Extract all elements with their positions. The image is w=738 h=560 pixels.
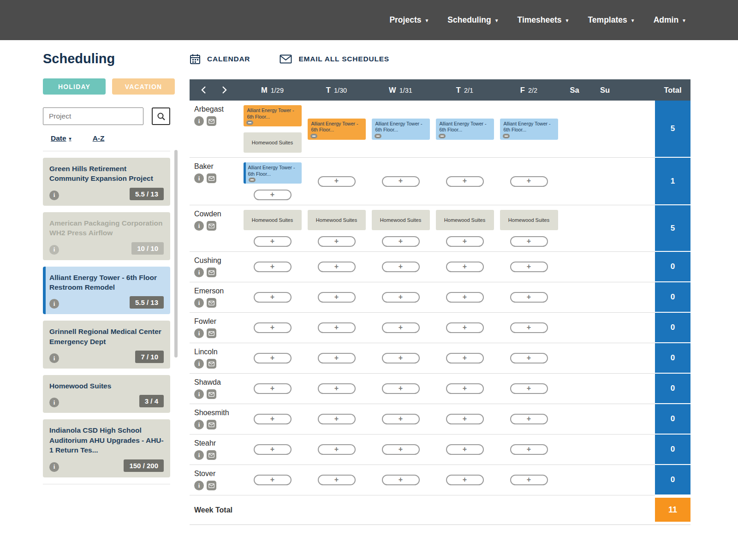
- add-schedule-button[interactable]: +: [382, 414, 420, 424]
- add-schedule-button[interactable]: +: [254, 236, 292, 247]
- project-card[interactable]: Alliant Energy Tower - 6th Floor Restroo…: [43, 267, 170, 315]
- add-schedule-button[interactable]: +: [254, 353, 292, 363]
- add-schedule-button[interactable]: +: [318, 414, 356, 424]
- email-icon[interactable]: [207, 420, 216, 429]
- email-icon[interactable]: [207, 268, 216, 277]
- calendar-view-button[interactable]: CALENDAR: [190, 54, 250, 65]
- add-schedule-button[interactable]: +: [318, 383, 356, 394]
- add-schedule-button[interactable]: +: [254, 190, 292, 200]
- add-schedule-button[interactable]: +: [446, 236, 484, 247]
- add-schedule-button[interactable]: +: [510, 176, 548, 187]
- add-schedule-button[interactable]: +: [318, 176, 356, 187]
- add-schedule-button[interactable]: +: [446, 383, 484, 394]
- email-icon[interactable]: [207, 328, 216, 338]
- add-schedule-button[interactable]: +: [510, 414, 548, 424]
- sidebar-scrollbar[interactable]: [174, 150, 178, 357]
- add-schedule-button[interactable]: +: [318, 262, 356, 272]
- add-schedule-button[interactable]: +: [254, 475, 292, 485]
- info-icon[interactable]: [49, 245, 59, 255]
- add-schedule-button[interactable]: +: [254, 444, 292, 455]
- info-icon[interactable]: [194, 173, 204, 183]
- add-schedule-button[interactable]: +: [318, 322, 356, 333]
- add-schedule-button[interactable]: +: [382, 262, 420, 272]
- add-schedule-button[interactable]: +: [510, 353, 548, 363]
- info-icon[interactable]: [49, 191, 59, 200]
- remove-schedule-icon[interactable]: [249, 178, 256, 182]
- add-schedule-button[interactable]: +: [318, 475, 356, 485]
- add-schedule-button[interactable]: +: [510, 444, 548, 455]
- add-schedule-button[interactable]: +: [254, 383, 292, 394]
- add-schedule-button[interactable]: +: [510, 475, 548, 485]
- holiday-button[interactable]: HOLIDAY: [43, 78, 106, 95]
- add-schedule-button[interactable]: +: [318, 292, 356, 303]
- email-all-schedules-button[interactable]: EMAIL ALL SCHEDULES: [280, 54, 389, 64]
- info-icon[interactable]: [194, 328, 204, 338]
- schedule-chip[interactable]: Alliant Energy Tower - 6th Floor...: [244, 105, 302, 126]
- email-icon[interactable]: [207, 221, 216, 231]
- info-icon[interactable]: [49, 353, 59, 363]
- project-card[interactable]: Indianola CSD High School Auditorium AHU…: [43, 419, 170, 477]
- add-schedule-button[interactable]: +: [318, 353, 356, 363]
- email-icon[interactable]: [207, 173, 216, 183]
- sort-alphabetical-link[interactable]: A-Z: [93, 134, 105, 143]
- add-schedule-button[interactable]: +: [446, 444, 484, 455]
- nav-item-timesheets[interactable]: Timesheets▼: [518, 15, 570, 25]
- add-schedule-button[interactable]: +: [446, 414, 484, 424]
- info-icon[interactable]: [49, 462, 59, 472]
- schedule-chip[interactable]: Homewood Suites: [372, 210, 430, 230]
- schedule-chip[interactable]: Homewood Suites: [308, 210, 366, 230]
- add-schedule-button[interactable]: +: [510, 262, 548, 272]
- info-icon[interactable]: [194, 221, 204, 231]
- vacation-button[interactable]: VACATION: [112, 78, 175, 95]
- add-schedule-button[interactable]: +: [510, 322, 548, 333]
- remove-schedule-icon[interactable]: [439, 134, 446, 138]
- add-schedule-button[interactable]: +: [318, 444, 356, 455]
- add-schedule-button[interactable]: +: [382, 176, 420, 187]
- nav-item-projects[interactable]: Projects▼: [389, 15, 429, 25]
- remove-schedule-icon[interactable]: [310, 134, 317, 138]
- project-card[interactable]: Grinnell Regional Medical Center Emergen…: [43, 321, 170, 369]
- add-schedule-button[interactable]: +: [382, 292, 420, 303]
- email-icon[interactable]: [207, 450, 216, 460]
- sort-by-date-link[interactable]: Date ▾: [51, 134, 71, 143]
- add-schedule-button[interactable]: +: [510, 292, 548, 303]
- schedule-chip[interactable]: Alliant Energy Tower - 6th Floor...: [244, 162, 302, 184]
- add-schedule-button[interactable]: +: [446, 475, 484, 485]
- add-schedule-button[interactable]: +: [382, 236, 420, 247]
- remove-schedule-icon[interactable]: [375, 134, 381, 138]
- info-icon[interactable]: [194, 481, 204, 490]
- add-schedule-button[interactable]: +: [446, 353, 484, 363]
- info-icon[interactable]: [49, 398, 59, 407]
- info-icon[interactable]: [194, 298, 204, 308]
- next-week-button[interactable]: [222, 86, 227, 94]
- add-schedule-button[interactable]: +: [382, 353, 420, 363]
- nav-item-templates[interactable]: Templates▼: [588, 15, 635, 25]
- schedule-chip[interactable]: Homewood Suites: [244, 132, 302, 153]
- prev-week-button[interactable]: [201, 86, 206, 94]
- info-icon[interactable]: [194, 116, 204, 126]
- project-card[interactable]: American Packaging Corporation WH2 Press…: [43, 212, 170, 260]
- project-card[interactable]: Homewood Suites3 / 4: [43, 375, 170, 413]
- info-icon[interactable]: [49, 299, 59, 309]
- add-schedule-button[interactable]: +: [446, 176, 484, 187]
- add-schedule-button[interactable]: +: [382, 322, 420, 333]
- project-search-input[interactable]: [43, 107, 143, 125]
- add-schedule-button[interactable]: +: [318, 236, 356, 247]
- schedule-chip[interactable]: Homewood Suites: [500, 210, 558, 230]
- add-schedule-button[interactable]: +: [446, 262, 484, 272]
- remove-schedule-icon[interactable]: [503, 134, 510, 138]
- add-schedule-button[interactable]: +: [446, 292, 484, 303]
- email-icon[interactable]: [207, 389, 216, 399]
- add-schedule-button[interactable]: +: [382, 383, 420, 394]
- search-button[interactable]: [152, 107, 170, 125]
- add-schedule-button[interactable]: +: [510, 383, 548, 394]
- schedule-chip[interactable]: Homewood Suites: [436, 210, 494, 230]
- nav-item-admin[interactable]: Admin▼: [654, 15, 686, 25]
- info-icon[interactable]: [194, 450, 204, 460]
- info-icon[interactable]: [194, 268, 204, 277]
- email-icon[interactable]: [207, 359, 216, 369]
- email-icon[interactable]: [207, 116, 216, 126]
- nav-item-scheduling[interactable]: Scheduling▼: [447, 15, 499, 25]
- add-schedule-button[interactable]: +: [254, 322, 292, 333]
- info-icon[interactable]: [194, 359, 204, 369]
